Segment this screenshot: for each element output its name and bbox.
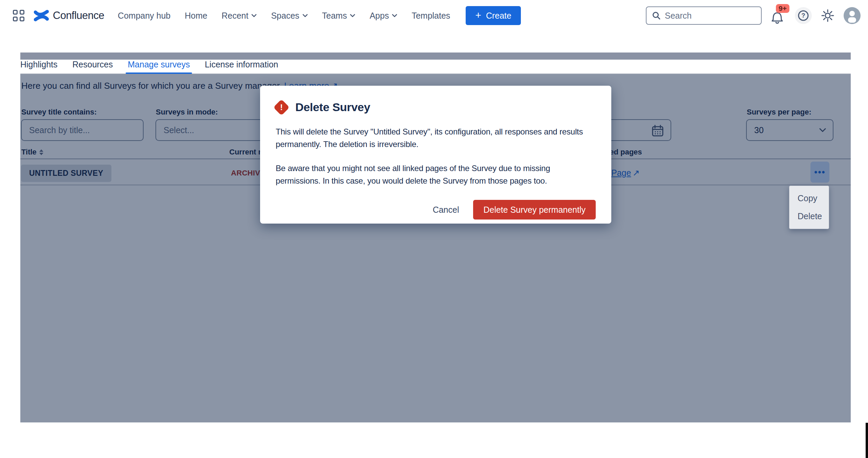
grid-square — [20, 10, 24, 15]
menu-item-copy[interactable]: Copy — [789, 189, 829, 207]
error-icon: ! — [273, 99, 290, 115]
avatar[interactable] — [844, 7, 861, 24]
nav-templates[interactable]: Templates — [411, 11, 450, 21]
modal-paragraph-1: This will delete the Survey "Untitled Su… — [276, 125, 596, 150]
create-button[interactable]: + Create — [466, 6, 521, 25]
tab-license-information[interactable]: License information — [205, 60, 278, 74]
top-navigation: Confluence Company hub Home Recent Space… — [0, 0, 868, 31]
modal-footer: Cancel Delete Survey permanently — [276, 200, 596, 220]
tab-resources[interactable]: Resources — [72, 60, 113, 74]
chevron-down-icon — [350, 14, 355, 17]
modal-paragraph-2: Be aware that you might not see all link… — [276, 162, 596, 187]
modal-title: Delete Survey — [295, 101, 370, 114]
tab-highlights[interactable]: Highlights — [20, 60, 58, 74]
chevron-down-icon — [392, 14, 397, 17]
help-button[interactable]: ? — [795, 7, 812, 24]
confluence-mark-icon — [34, 8, 49, 23]
delete-permanently-button[interactable]: Delete Survey permanently — [473, 200, 596, 220]
nav-home[interactable]: Home — [185, 11, 208, 21]
confluence-screen: Confluence Company hub Home Recent Space… — [0, 0, 868, 458]
page-tabs: Highlights Resources Manage surveys Lice… — [20, 60, 851, 74]
settings-button[interactable] — [821, 8, 835, 23]
modal-header: ! Delete Survey — [276, 101, 596, 114]
notifications-badge: 9+ — [776, 4, 789, 13]
delete-survey-modal: ! Delete Survey This will delete the Sur… — [260, 86, 611, 224]
dimmed-strip — [20, 53, 851, 60]
search-icon — [652, 11, 661, 20]
plus-icon: + — [475, 10, 481, 20]
grid-square — [13, 17, 18, 21]
nav-spaces[interactable]: Spaces — [271, 11, 308, 21]
notifications-button[interactable]: 9+ — [770, 5, 786, 26]
product-wordmark: Confluence — [53, 9, 104, 22]
gear-icon — [821, 8, 835, 23]
grid-square — [20, 17, 24, 21]
nav-company-hub[interactable]: Company hub — [118, 11, 171, 21]
svg-text:?: ? — [802, 12, 805, 19]
modal-body: This will delete the Survey "Untitled Su… — [276, 125, 596, 187]
window-edge-artifact — [866, 423, 868, 458]
confluence-logo[interactable]: Confluence — [34, 8, 104, 23]
nav-teams[interactable]: Teams — [322, 11, 356, 21]
person-icon — [844, 7, 861, 24]
cancel-button[interactable]: Cancel — [430, 201, 462, 219]
chevron-down-icon — [251, 14, 257, 17]
nav-right-cluster: 9+ ? — [646, 0, 861, 31]
search-input[interactable] — [665, 11, 746, 21]
nav-apps[interactable]: Apps — [369, 11, 397, 21]
chevron-down-icon — [302, 14, 308, 17]
nav-recent[interactable]: Recent — [221, 11, 257, 21]
grid-square — [13, 10, 18, 15]
app-switcher-icon[interactable] — [13, 10, 24, 21]
menu-item-delete[interactable]: Delete — [789, 207, 829, 225]
row-actions-menu: Copy Delete — [789, 186, 829, 229]
question-icon: ? — [798, 10, 809, 21]
search-box[interactable] — [646, 6, 762, 25]
tab-manage-surveys[interactable]: Manage surveys — [128, 60, 190, 74]
